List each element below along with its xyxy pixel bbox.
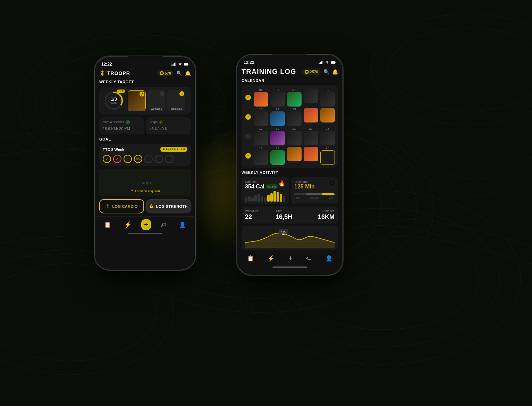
nav-home[interactable]: 📋 [101, 220, 114, 229]
svg-rect-23 [319, 63, 320, 64]
cal-day-19b[interactable]: 19 [270, 146, 285, 165]
bar-6 [261, 196, 263, 202]
signal-icon [171, 62, 176, 66]
activity-icon: ⚡ [124, 221, 132, 229]
goal-circle-4: 50% [134, 155, 142, 163]
workout-thumb-3[interactable]: Workout 3 ✓ [167, 90, 185, 111]
phone2-screen: TRAINING LOG ⬟ 2570 🔍 🔔 CALENDAR ✓ 04 [237, 68, 343, 250]
cal-day-w4-4[interactable] [303, 146, 319, 165]
week1-check: ✓ [244, 88, 252, 107]
cal-day-21[interactable]: 21 [286, 127, 302, 145]
svg-rect-16 [174, 63, 175, 66]
cal-day-06[interactable]: 06 [270, 88, 285, 107]
search-button[interactable]: 🔍 [176, 70, 182, 76]
goal-plan-name: TTC 8 Week [103, 147, 124, 152]
time-seg-2 [306, 193, 322, 195]
cal-day-07[interactable]: 07 [286, 88, 302, 107]
tl-add-icon: + [288, 254, 293, 262]
calories-value: 354 Cal [245, 184, 264, 190]
tl-nav-tag[interactable]: 🏷 [303, 254, 314, 263]
tl-header-right: ⬟ 2570 🔍 🔔 [302, 69, 338, 75]
cal-day-w2-5[interactable] [320, 108, 335, 126]
nav-add[interactable]: + [141, 219, 151, 230]
tl-search-button[interactable]: 🔍 [323, 69, 329, 75]
thumb-07 [287, 92, 302, 107]
nav-tag[interactable]: 🏷 [158, 220, 169, 229]
bar-12 [280, 194, 282, 202]
tl-nav-home[interactable]: 📋 [244, 254, 257, 263]
cal-day-13[interactable]: 13 [286, 108, 302, 126]
nav-profile[interactable]: 👤 [176, 220, 189, 229]
tl-nav-add[interactable]: + [286, 253, 295, 264]
workout-thumb-1[interactable]: ✓ [128, 90, 146, 111]
cta-row: 🏃 LOG CARDIO 💪 LOG STRENGTH [99, 199, 191, 213]
workouts-label: Workouts [245, 209, 273, 213]
cal-day-23a[interactable]: 23 [320, 127, 335, 145]
stats-3col: Workouts 22 Time 16,5H Distance 16KM [242, 206, 338, 223]
nav-activity[interactable]: ⚡ [121, 220, 134, 230]
thumb-09 [320, 92, 335, 107]
training-log-header: TRAINING LOG ⬟ 2570 🔍 🔔 [242, 68, 338, 76]
cal-day-09[interactable]: 09 [320, 88, 335, 107]
thumb-23a [320, 131, 335, 145]
tl-nav-profile[interactable]: 👤 [323, 254, 335, 263]
battery-icon [184, 62, 189, 66]
wave-chart: 4 SC [242, 226, 338, 250]
cardio-label: Cardio distance ✓ [103, 120, 141, 124]
map-area: Largo 📍 Location acquired [99, 169, 191, 196]
week4-check: ✓ [244, 146, 252, 165]
cal-day-04[interactable]: 04 [253, 88, 269, 107]
week2-check: ✓ [244, 108, 252, 126]
tl-profile-icon: 👤 [326, 255, 332, 262]
svg-rect-28 [331, 62, 335, 63]
workout-cards: ✓ Workout 2 Workout 3 ✓ [128, 90, 187, 111]
time-stat: Time 16,5H [276, 209, 304, 221]
workouts-value: 22 [245, 213, 273, 221]
tl-nav-activity[interactable]: ⚡ [265, 254, 277, 263]
tl-bell-button[interactable]: 🔔 [332, 69, 338, 75]
cal-day-17b[interactable]: 17 [253, 146, 269, 165]
goal-circle-1: ✓ [103, 155, 111, 163]
phone1-app-header: TROOPR ⬟ 570 🔍 🔔 [99, 70, 191, 76]
calories-header: Calories 354 Cal +3.5% 🔥 [245, 180, 285, 190]
progress-sub: 13/30 [110, 101, 117, 104]
map-city: Largo [139, 180, 151, 185]
cal-day-w4-3[interactable] [286, 146, 302, 165]
bar-1 [245, 197, 247, 202]
bar-4 [254, 195, 257, 202]
cal-day-11[interactable]: 11 [270, 108, 285, 126]
thumb-17 [254, 131, 268, 145]
goal-circle-6 [155, 155, 163, 163]
workout-2-label: Workout 2 [147, 108, 166, 110]
progress-ring-center: 1/3 13/30 [110, 97, 117, 104]
phone1-screen: TROOPR ⬟ 570 🔍 🔔 WEEKLY TARGET 1/3 [94, 69, 196, 216]
coins-badge: ⬟ 570 [157, 70, 174, 76]
svg-point-12 [371, 14, 532, 125]
bar-7 [264, 197, 266, 202]
total-time-card: Total time 125 Min ⏱ >100 100-120 120+ [291, 177, 338, 204]
thumb-w2-4 [304, 108, 318, 122]
log-strength-button[interactable]: 💪 LOG STRENGTH [146, 199, 191, 213]
cal-day-19[interactable]: 19 [270, 127, 285, 145]
thumb-17b [254, 150, 268, 165]
cal-day-10[interactable]: 10 [253, 108, 269, 126]
goal-header: TTC 8 Week FITNESS PLAN [103, 147, 187, 152]
training-log-title: TRAINING LOG [242, 68, 296, 76]
cal-day-17[interactable]: 17 [253, 127, 269, 145]
workout-thumb-2[interactable]: Workout 2 [147, 90, 166, 111]
cal-day-23b[interactable]: 23 [320, 146, 335, 165]
wave-svg: 4 SC [245, 228, 335, 248]
time-range-container: >100 100-120 120+ [294, 193, 335, 199]
cal-day-22[interactable]: 22 [303, 127, 319, 145]
phone2-notch [272, 54, 307, 64]
phone2-bottom-nav: 📋 ⚡ + 🏷 👤 [237, 250, 343, 265]
phone1-home-indicator [128, 233, 162, 234]
phone2-home-indicator [272, 267, 307, 268]
goal-circles: ✓ ✗ ✓ 50% [103, 155, 187, 163]
calories-bars [245, 191, 285, 202]
phone2-time: 12:22 [244, 60, 254, 65]
bell-button[interactable]: 🔔 [185, 70, 191, 76]
cal-day-w2-4[interactable] [303, 108, 319, 126]
workout-3-check: ✓ [179, 91, 184, 96]
log-cardio-button[interactable]: 🏃 LOG CARDIO [99, 199, 144, 213]
